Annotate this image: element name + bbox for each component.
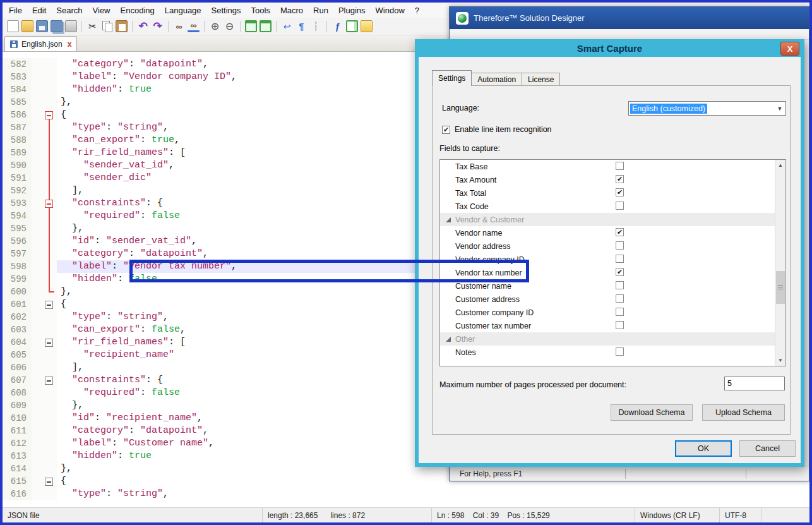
function-list-icon[interactable]: ƒ [331,20,343,32]
fold-margin[interactable] [42,197,57,210]
fold-margin[interactable] [42,159,57,172]
bookmark-margin[interactable] [32,412,42,425]
cut-icon[interactable]: ✂ [87,20,99,32]
bookmark-margin[interactable] [32,71,42,83]
field-group-row[interactable]: Vendor & Customer [440,213,775,226]
field-row[interactable]: Notes [440,346,775,359]
fold-margin[interactable] [42,210,57,222]
bookmark-margin[interactable] [32,336,42,349]
fold-margin[interactable] [42,336,57,349]
bookmark-margin[interactable] [32,387,42,399]
sync-vertical-scroll-icon[interactable] [245,20,257,32]
menu-window[interactable]: Window [371,4,410,17]
bookmark-margin[interactable] [32,349,42,361]
document-map-icon[interactable] [346,20,358,32]
fold-margin[interactable] [42,412,57,425]
bookmark-margin[interactable] [32,147,42,159]
menu-encoding[interactable]: Encoding [116,4,160,17]
menu-file[interactable]: File [4,4,27,17]
menu-settings[interactable]: Settings [206,4,246,17]
menu-search[interactable]: Search [51,4,87,17]
zoom-out-icon[interactable]: ⊖ [224,20,236,32]
menu-plugins[interactable]: Plugins [333,4,371,17]
field-row[interactable]: Tax Total✔ [440,186,775,200]
fold-margin[interactable] [42,273,57,286]
fold-marker[interactable] [45,200,53,208]
status-eol-format[interactable]: Windows (CR LF) [635,508,720,522]
fold-margin[interactable] [42,121,57,134]
bookmark-margin[interactable] [32,462,42,475]
menu-tools[interactable]: Tools [246,4,275,17]
fold-margin[interactable] [42,172,57,184]
bookmark-margin[interactable] [32,134,42,147]
line-item-checkbox-box[interactable]: ✔ [442,126,450,134]
bookmark-margin[interactable] [32,361,42,374]
field-row[interactable]: Customer address [440,293,775,306]
fold-margin[interactable] [42,374,57,387]
fold-margin[interactable] [42,361,57,374]
bookmark-margin[interactable] [32,109,42,121]
show-all-characters-icon[interactable]: ¶ [296,20,307,32]
fold-margin[interactable] [42,83,57,96]
bookmark-margin[interactable] [32,235,42,248]
scrollbar-thumb[interactable] [776,271,785,304]
menu-help[interactable]: ? [410,4,424,17]
cancel-button[interactable]: Cancel [739,440,796,457]
tab-automation[interactable]: Automation [471,73,522,85]
field-row[interactable]: Customer company ID [440,306,775,319]
fold-margin[interactable] [42,349,57,361]
save-icon[interactable] [36,20,48,32]
line-item-checkbox[interactable]: ✔ Enable line item recognition [442,125,552,134]
expand-triangle-icon[interactable] [446,217,451,222]
field-row[interactable]: Customer name [440,279,775,293]
fold-margin[interactable] [42,399,57,412]
fold-margin[interactable] [42,488,57,500]
menu-view[interactable]: View [88,4,116,17]
fold-margin[interactable] [42,425,57,437]
fold-margin[interactable] [42,260,57,273]
fold-margin[interactable] [42,222,57,235]
bookmark-margin[interactable] [32,248,42,260]
fold-margin[interactable] [42,311,57,323]
fold-margin[interactable] [42,109,57,121]
therefore-titlebar[interactable]: Therefore™ Solution Designer [450,7,809,29]
redo-icon[interactable]: ↷ [152,20,164,32]
bookmark-margin[interactable] [32,286,42,298]
field-checkbox[interactable] [616,294,624,303]
fold-margin[interactable] [42,184,57,197]
fold-margin[interactable] [42,323,57,336]
bookmark-margin[interactable] [32,488,42,500]
field-row[interactable]: Vendor company ID [440,253,775,266]
bookmark-margin[interactable] [32,260,42,273]
fold-margin[interactable] [42,58,57,71]
bookmark-margin[interactable] [32,83,42,96]
upload-schema-button[interactable]: Upload Schema [702,404,785,421]
bookmark-margin[interactable] [32,121,42,134]
fold-margin[interactable] [42,248,57,260]
replace-icon[interactable]: ∞ [188,20,200,32]
field-checkbox[interactable] [616,202,624,210]
bookmark-margin[interactable] [32,58,42,71]
fold-margin[interactable] [42,462,57,475]
bookmark-margin[interactable] [32,399,42,412]
tab-license[interactable]: License [522,73,560,85]
fold-marker[interactable] [45,301,53,309]
bookmark-margin[interactable] [32,311,42,323]
dialog-titlebar[interactable]: Smart Capture [415,39,804,57]
fold-margin[interactable] [42,235,57,248]
bookmark-margin[interactable] [32,323,42,336]
field-checkbox[interactable]: ✔ [616,188,624,196]
field-checkbox[interactable]: ✔ [616,268,624,276]
fold-margin[interactable] [42,147,57,159]
fold-marker[interactable] [45,111,53,119]
fold-margin[interactable] [42,286,57,298]
fold-marker[interactable] [45,339,53,347]
field-checkbox[interactable] [616,347,624,356]
field-row[interactable]: Tax Amount✔ [440,173,775,186]
bookmark-margin[interactable] [32,222,42,235]
open-file-icon[interactable] [21,20,33,32]
copy-icon[interactable] [101,20,113,32]
field-row[interactable]: Tax Code [440,200,775,213]
bookmark-margin[interactable] [32,450,42,462]
fold-margin[interactable] [42,437,57,450]
